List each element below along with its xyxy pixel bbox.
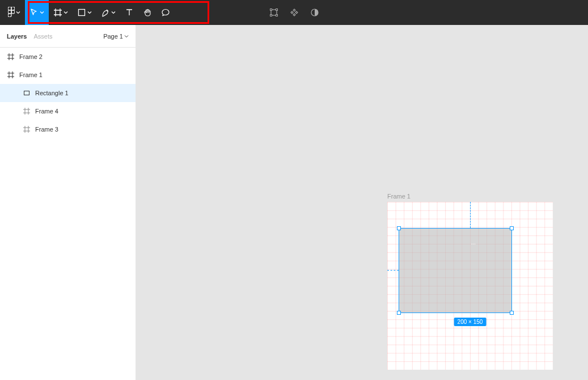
frame-tool-button[interactable] xyxy=(49,0,73,25)
resize-icon xyxy=(269,8,278,17)
frame-icon xyxy=(23,125,31,133)
layer-name: Rectangle 1 xyxy=(35,90,69,96)
frame-icon xyxy=(7,53,15,61)
toolbar xyxy=(0,0,588,25)
layer-name: Frame 3 xyxy=(35,126,58,133)
main: Layers Assets Page 1 Frame 2 Frame 1 xyxy=(0,25,588,380)
hand-tool-button[interactable] xyxy=(138,0,156,25)
svg-rect-3 xyxy=(270,9,272,11)
rectangle-icon xyxy=(23,89,31,97)
rectangle-icon xyxy=(77,8,86,17)
frame-icon xyxy=(7,71,15,79)
layer-name: Frame 1 xyxy=(19,71,43,78)
shape-tool-button[interactable] xyxy=(73,0,96,25)
layers-panel: Frame 2 Frame 1 Rectangle 1 Frame 4 Fram… xyxy=(0,48,136,138)
resize-handle-tl[interactable] xyxy=(397,226,401,230)
comment-tool-button[interactable] xyxy=(156,0,175,25)
canvas[interactable]: Frame 1 200 × 150 ... xyxy=(136,25,588,380)
text-tool-button[interactable] xyxy=(120,0,138,25)
frame-icon xyxy=(23,107,31,115)
text-icon xyxy=(125,8,134,17)
layer-row[interactable]: Frame 1 xyxy=(0,66,136,84)
chevron-down-icon xyxy=(124,34,129,39)
chevron-down-icon xyxy=(111,10,116,15)
figma-logo-icon xyxy=(8,7,15,18)
resize-handle-tr[interactable] xyxy=(510,226,514,230)
figma-app: Layers Assets Page 1 Frame 2 Frame 1 xyxy=(0,0,588,380)
svg-rect-5 xyxy=(270,15,272,16)
layer-name: Frame 2 xyxy=(19,53,43,60)
mask-button[interactable] xyxy=(307,5,323,20)
figma-menu-button[interactable] xyxy=(5,0,24,25)
page-label: Page 1 xyxy=(103,33,123,40)
component-button[interactable] xyxy=(286,5,302,20)
chevron-down-icon xyxy=(40,10,44,15)
alignment-guide-vertical xyxy=(470,202,471,228)
comment-icon xyxy=(161,8,170,17)
svg-rect-4 xyxy=(276,9,277,11)
tab-assets[interactable]: Assets xyxy=(33,33,52,40)
svg-rect-6 xyxy=(276,15,277,16)
layer-row[interactable]: Frame 4 xyxy=(0,102,136,120)
layer-row[interactable]: Frame 2 xyxy=(0,48,136,66)
selection-size-badge: 200 × 150 xyxy=(454,318,487,326)
layer-row[interactable]: Frame 3 xyxy=(0,120,136,138)
sidebar-tabs: Layers Assets xyxy=(7,33,53,40)
sidebar-header: Layers Assets Page 1 xyxy=(0,25,136,48)
layer-name: Frame 4 xyxy=(35,108,58,115)
frame-icon xyxy=(53,8,62,17)
resize-handle-br[interactable] xyxy=(510,311,514,315)
collab-button[interactable] xyxy=(266,5,282,20)
svg-rect-1 xyxy=(79,10,85,16)
move-cursor-icon xyxy=(29,8,39,17)
left-sidebar: Layers Assets Page 1 Frame 2 Frame 1 xyxy=(0,25,136,380)
pen-tool-button[interactable] xyxy=(96,0,120,25)
hand-icon xyxy=(143,8,152,17)
frame-1[interactable]: 200 × 150 xyxy=(387,202,553,370)
svg-rect-8 xyxy=(24,91,29,95)
tools-group xyxy=(25,0,175,25)
alignment-guide-horizontal xyxy=(387,270,399,271)
canvas-marks: ... xyxy=(471,239,476,246)
frame-label[interactable]: Frame 1 xyxy=(387,193,411,200)
tab-layers[interactable]: Layers xyxy=(7,33,27,40)
chevron-down-icon xyxy=(16,10,20,15)
component-icon xyxy=(290,8,299,17)
toolbar-left xyxy=(5,0,175,25)
chevron-down-icon xyxy=(87,10,92,15)
move-tool-button[interactable] xyxy=(25,0,49,25)
pen-icon xyxy=(101,8,110,17)
svg-point-0 xyxy=(11,10,15,14)
rectangle-1[interactable] xyxy=(399,228,512,313)
chevron-down-icon xyxy=(64,10,68,15)
resize-handle-bl[interactable] xyxy=(397,311,401,315)
toolbar-center xyxy=(266,5,323,20)
layer-row[interactable]: Rectangle 1 xyxy=(0,84,136,102)
page-selector[interactable]: Page 1 xyxy=(103,33,129,40)
mask-icon xyxy=(310,8,319,17)
